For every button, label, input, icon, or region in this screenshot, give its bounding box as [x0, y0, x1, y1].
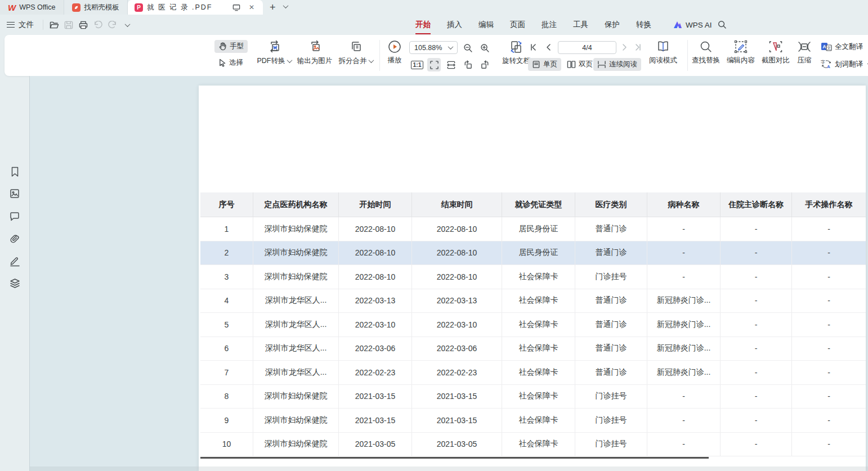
- undo-button[interactable]: [91, 17, 105, 32]
- rotate-left-button[interactable]: [461, 58, 475, 71]
- table-cell: 2: [200, 241, 253, 266]
- table-cell: -: [721, 433, 792, 457]
- table-row: 5 深圳市龙华区人... 2022-03-10 2022-03-10 社会保障卡…: [200, 313, 866, 337]
- present-to-screen-icon[interactable]: [231, 0, 242, 15]
- table-row: 4 深圳市龙华区人... 2022-03-13 2022-03-13 社会保障卡…: [200, 289, 866, 313]
- table-cell: 社会保障卡: [502, 361, 575, 385]
- find-replace-button[interactable]: 查找替换: [689, 40, 723, 65]
- redo-button[interactable]: [105, 17, 120, 32]
- table-header-row: 序号 定点医药机构名称 开始时间 结束时间 就诊凭证类型 医疗类别 病种名称 住…: [200, 192, 866, 217]
- single-page-button[interactable]: 单页: [528, 58, 561, 71]
- table-row: 10 深圳市妇幼保健院 2021-03-05 2021-03-05 社会保障卡 …: [200, 433, 866, 457]
- table-row: 1 深圳市妇幼保健院 2022-08-10 2022-08-10 居民身份证 普…: [200, 217, 866, 241]
- comments-panel-icon[interactable]: [7, 209, 22, 223]
- tab-document-active[interactable]: P 就 医 记 录 .PDF ✕: [128, 0, 263, 15]
- new-tab-icon[interactable]: +: [270, 2, 276, 12]
- compress-button[interactable]: 压缩: [791, 40, 817, 65]
- wps-pdf-window: { "window": { "tabbar": { "home_tab": "W…: [0, 0, 868, 471]
- continuous-read-icon: [597, 60, 606, 69]
- table-cell: 普通门诊: [575, 217, 647, 241]
- table-cell: 2022-03-13: [339, 289, 412, 313]
- table-cell: 5: [200, 313, 253, 337]
- hand-icon: [218, 42, 227, 51]
- docer-icon: [72, 3, 80, 12]
- tab-wps-home[interactable]: W WPS Office: [0, 0, 64, 15]
- select-tool-label: 选择: [229, 58, 243, 68]
- split-merge-button[interactable]: 拆分合并: [336, 40, 375, 66]
- zoom-level-select[interactable]: 105.88%: [409, 41, 458, 54]
- full-text-translate-button[interactable]: A文 全文翻译: [821, 42, 863, 52]
- signature-panel-icon[interactable]: [7, 254, 22, 268]
- table-header-cell: 病种名称: [647, 192, 721, 217]
- wps-ai-button[interactable]: WPS AI: [673, 21, 712, 29]
- fit-page-button[interactable]: [427, 58, 441, 71]
- continuous-read-button[interactable]: 连续阅读: [593, 58, 641, 71]
- table-header-cell: 医疗类别: [575, 192, 647, 217]
- tab-convert[interactable]: 转换: [636, 16, 651, 34]
- zoom-out-button[interactable]: [461, 41, 475, 55]
- tab-edit[interactable]: 编辑: [478, 16, 494, 34]
- zoom-in-button[interactable]: [478, 41, 491, 55]
- table-cell: 普通门诊: [575, 289, 647, 313]
- table-cell: 2022-08-10: [412, 217, 502, 241]
- previous-page-button[interactable]: [542, 41, 554, 53]
- tab-insert[interactable]: 插入: [447, 16, 462, 34]
- edit-content-button[interactable]: 编辑内容: [724, 40, 758, 65]
- layers-panel-icon[interactable]: [7, 276, 22, 290]
- chevron-down-icon: [448, 44, 454, 50]
- compress-label: 压缩: [798, 56, 812, 65]
- fit-width-button[interactable]: [444, 58, 458, 71]
- rotate-document-label: 旋转文档: [502, 56, 530, 66]
- rotate-right-button[interactable]: [478, 58, 491, 71]
- wps-ai-label: WPS AI: [686, 21, 712, 29]
- screenshot-compare-label: 截图对比: [762, 56, 790, 65]
- bookmarks-panel-icon[interactable]: [7, 164, 22, 179]
- open-file-button[interactable]: [47, 17, 61, 32]
- play-slideshow-button[interactable]: 播放: [381, 40, 409, 65]
- actual-size-button[interactable]: 1:1: [410, 58, 424, 71]
- table-cell: 普通门诊: [575, 241, 647, 266]
- word-translate-button[interactable]: 字A 划词翻译: [821, 59, 868, 69]
- last-page-button[interactable]: [632, 41, 645, 53]
- tab-docer-templates[interactable]: 找稻壳模板: [64, 0, 128, 15]
- tab-home[interactable]: 开始: [415, 16, 431, 34]
- table-cell: 2021-03-15: [339, 409, 412, 433]
- tab-page[interactable]: 页面: [510, 16, 525, 34]
- read-mode-button[interactable]: 阅读模式: [645, 40, 681, 65]
- page-number-input[interactable]: 4/4: [558, 41, 616, 54]
- select-tool-button[interactable]: 选择: [214, 56, 247, 69]
- table-cell: 社会保障卡: [502, 385, 575, 409]
- tab-list-chevron-icon[interactable]: [283, 3, 288, 8]
- screenshot-compare-button[interactable]: 截图对比: [759, 40, 793, 65]
- tab-bar: W WPS Office 找稻壳模板 P 就 医 记 录 .PDF ✕ +: [0, 0, 868, 15]
- hand-tool-button[interactable]: 手型: [214, 40, 248, 53]
- double-page-icon: [567, 60, 576, 69]
- table-row: 9 深圳市妇幼保健院 2021-03-15 2021-03-15 社会保障卡 门…: [200, 409, 866, 433]
- table-cell: 深圳市妇幼保健院: [253, 265, 339, 289]
- next-page-button[interactable]: [619, 41, 631, 53]
- document-canvas[interactable]: 序号 定点医药机构名称 开始时间 结束时间 就诊凭证类型 医疗类别 病种名称 住…: [29, 76, 868, 471]
- hand-tool-label: 手型: [230, 42, 244, 51]
- file-menu-button[interactable]: 文件: [0, 20, 39, 30]
- pdf-convert-button[interactable]: PDF转换: [254, 40, 294, 66]
- tab-protect[interactable]: 保护: [605, 16, 620, 34]
- first-page-button[interactable]: [527, 41, 539, 53]
- thumbnails-panel-icon[interactable]: [7, 186, 22, 201]
- attachments-panel-icon[interactable]: [7, 231, 22, 246]
- horizontal-scrollbar[interactable]: [30, 466, 868, 471]
- close-tab-icon[interactable]: ✕: [246, 0, 257, 15]
- table-row: 3 深圳市妇幼保健院 2022-08-10 2022-08-10 社会保障卡 门…: [200, 265, 866, 289]
- tab-comment[interactable]: 批注: [542, 16, 557, 34]
- global-search-icon[interactable]: [715, 17, 730, 32]
- table-cell: -: [792, 289, 866, 313]
- find-replace-label: 查找替换: [692, 56, 720, 65]
- print-button[interactable]: [76, 17, 91, 32]
- table-cell: 社会保障卡: [502, 289, 575, 313]
- tab-tools[interactable]: 工具: [573, 16, 588, 34]
- read-mode-label: 阅读模式: [649, 56, 677, 65]
- table-cell: -: [721, 313, 792, 337]
- export-as-image-button[interactable]: 输出为图片: [294, 40, 335, 66]
- table-cell: 1: [200, 217, 253, 241]
- save-button[interactable]: [61, 17, 76, 32]
- more-actions-chevron-icon[interactable]: [120, 17, 135, 32]
